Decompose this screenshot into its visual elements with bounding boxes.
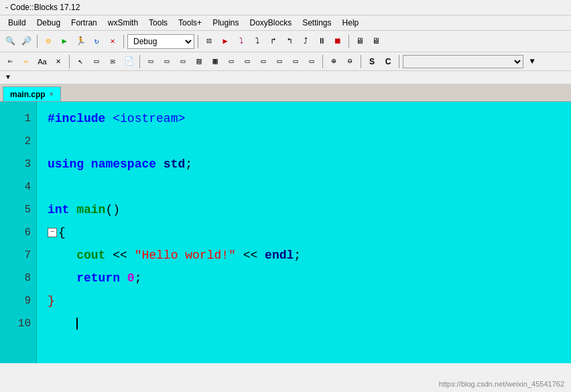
back-icon[interactable]: ⇐ <box>3 54 17 69</box>
code-content[interactable]: #include <iostream> using namespace std … <box>37 102 571 363</box>
menu-settings[interactable]: Settings <box>297 17 336 29</box>
menu-toolsplus[interactable]: Tools+ <box>173 17 207 29</box>
code-line-1: #include <iostream> <box>48 107 571 130</box>
return-value: 0 <box>127 271 135 285</box>
debug3-icon[interactable]: ⤵ <box>250 34 265 49</box>
string-literal: "Hello world!" <box>135 249 236 262</box>
endl-name: endl <box>265 249 294 262</box>
debug4-icon[interactable]: ↱ <box>266 34 281 49</box>
code-line-7: cout << "Hello world!" << endl ; <box>48 244 571 267</box>
monitor2-icon[interactable]: 🖥 <box>369 34 383 49</box>
separator-5 <box>69 55 70 68</box>
include-keyword: #include <box>48 112 105 125</box>
widget2-icon[interactable]: ▭ <box>160 54 174 69</box>
code-line-8: return 0 ; <box>48 267 571 289</box>
line-numbers: 1 2 3 4 5 6 7 8 9 10 <box>0 102 37 363</box>
menu-bar: Build Debug Fortran wxSmith Tools Tools+… <box>0 15 571 31</box>
line-num-3: 3 <box>0 153 36 176</box>
code-line-3: using namespace std ; <box>48 153 571 176</box>
menu-tools[interactable]: Tools <box>143 17 173 29</box>
pause-icon[interactable]: ⏸ <box>314 34 329 49</box>
refresh-icon[interactable]: ↻ <box>89 34 104 49</box>
stop-icon[interactable]: ✕ <box>105 34 120 49</box>
run2-icon[interactable]: 🏃 <box>73 34 88 49</box>
widget8-icon[interactable]: ▭ <box>256 54 271 69</box>
zoom-out-icon[interactable]: ⊖ <box>342 54 357 69</box>
fold-icon[interactable]: − <box>48 228 57 237</box>
zoom-in-icon[interactable]: ⊕ <box>326 54 341 69</box>
window-icon[interactable]: ⊡ <box>202 34 216 49</box>
widget6-icon[interactable]: ▭ <box>224 54 239 69</box>
code-line-5: int main () <box>48 198 571 221</box>
tab-bar: main.cpp × <box>0 84 571 102</box>
widget1-icon[interactable]: ▭ <box>143 54 158 69</box>
debug6-icon[interactable]: ⤴ <box>298 34 313 49</box>
c-icon[interactable]: C <box>381 54 395 69</box>
close-brace: } <box>48 294 55 308</box>
pencil-icon[interactable]: ✏ <box>19 54 34 69</box>
toolbar-overflow: ▼ <box>0 71 571 84</box>
toolbar-row-2: ⇐ ✏ Aa ✕ ↖ ▭ ✉ 📄 ▭ ▭ ▭ ▤ ▦ ▭ ▭ ▭ ▭ ▭ ▭ ⊕… <box>0 52 571 71</box>
widget11-icon[interactable]: ▭ <box>304 54 319 69</box>
widget3-icon[interactable]: ▭ <box>176 54 190 69</box>
code-line-9: } <box>48 289 571 312</box>
monitor-icon[interactable]: 🖥 <box>353 34 367 49</box>
menu-doxyblocks[interactable]: DoxyBlocks <box>245 17 298 29</box>
app-window: - Code::Blocks 17.12 Build Debug Fortran… <box>0 0 571 392</box>
debug5-icon[interactable]: ↰ <box>282 34 297 49</box>
search2-icon[interactable]: 🔎 <box>19 34 34 49</box>
symbol-dropdown[interactable] <box>403 55 523 68</box>
menu-build[interactable]: Build <box>3 17 31 29</box>
line-num-7: 7 <box>0 244 36 267</box>
int-keyword: int <box>48 203 69 216</box>
widget9-icon[interactable]: ▭ <box>272 54 287 69</box>
gear-icon[interactable]: ⚙ <box>41 34 56 49</box>
mail-icon[interactable]: ✉ <box>105 54 120 69</box>
separator-7 <box>322 55 323 68</box>
clear-icon[interactable]: ✕ <box>51 54 66 69</box>
separator-4 <box>348 35 349 48</box>
search-icon[interactable]: 🔍 <box>3 34 17 49</box>
overflow-icon[interactable]: ▼ <box>3 72 13 83</box>
s-icon[interactable]: S <box>365 54 379 69</box>
widget4-icon[interactable]: ▤ <box>192 54 206 69</box>
menu-plugins[interactable]: Plugins <box>207 17 244 29</box>
debug-run-icon[interactable]: ▶ <box>218 34 233 49</box>
watermark-text: https://blog.csdn.net/weixin_45541762 <box>439 380 564 388</box>
line-num-5: 5 <box>0 198 36 221</box>
menu-wxsmith[interactable]: wxSmith <box>103 17 143 29</box>
cursor-icon[interactable]: ↖ <box>73 54 88 69</box>
tab-main-cpp[interactable]: main.cpp × <box>3 86 61 101</box>
title-text: - Code::Blocks 17.12 <box>5 3 80 12</box>
using-keyword: using <box>48 157 84 171</box>
debug-dropdown[interactable]: Debug Release <box>127 34 194 49</box>
line-num-8: 8 <box>0 267 36 289</box>
line-num-9: 9 <box>0 289 36 312</box>
doc-icon[interactable]: 📄 <box>121 54 136 69</box>
stop2-icon[interactable]: ⏹ <box>330 34 345 49</box>
tab-label: main.cpp <box>10 90 46 99</box>
widget5-icon[interactable]: ▦ <box>208 54 223 69</box>
run-icon[interactable]: ▶ <box>57 34 72 49</box>
toolbar-row-1: 🔍 🔎 ⚙ ▶ 🏃 ↻ ✕ Debug Release ⊡ ▶ ⤵ ⤵ ↱ ↰ … <box>0 31 571 52</box>
line-num-4: 4 <box>0 176 36 198</box>
menu-debug[interactable]: Debug <box>31 17 66 29</box>
rect-icon[interactable]: ▭ <box>89 54 104 69</box>
dropdown-arrow-icon[interactable]: ▼ <box>525 54 540 69</box>
code-line-6: − { <box>48 221 571 244</box>
line-num-2: 2 <box>0 130 36 153</box>
separator-3 <box>198 35 198 48</box>
widget7-icon[interactable]: ▭ <box>240 54 255 69</box>
code-editor[interactable]: 1 2 3 4 5 6 7 8 9 10 #include <iostream>… <box>0 102 571 363</box>
title-bar: - Code::Blocks 17.12 <box>0 0 571 15</box>
debug2-icon[interactable]: ⤵ <box>234 34 249 49</box>
widget10-icon[interactable]: ▭ <box>288 54 303 69</box>
separator-2 <box>123 35 124 48</box>
namespace-keyword: namespace <box>91 157 156 171</box>
menu-help[interactable]: Help <box>337 17 365 29</box>
tab-close-button[interactable]: × <box>50 90 54 98</box>
text-icon[interactable]: Aa <box>35 54 50 69</box>
watermark: https://blog.csdn.net/weixin_45541762 <box>439 380 564 388</box>
menu-fortran[interactable]: Fortran <box>66 17 103 29</box>
line-num-1: 1 <box>0 107 36 130</box>
